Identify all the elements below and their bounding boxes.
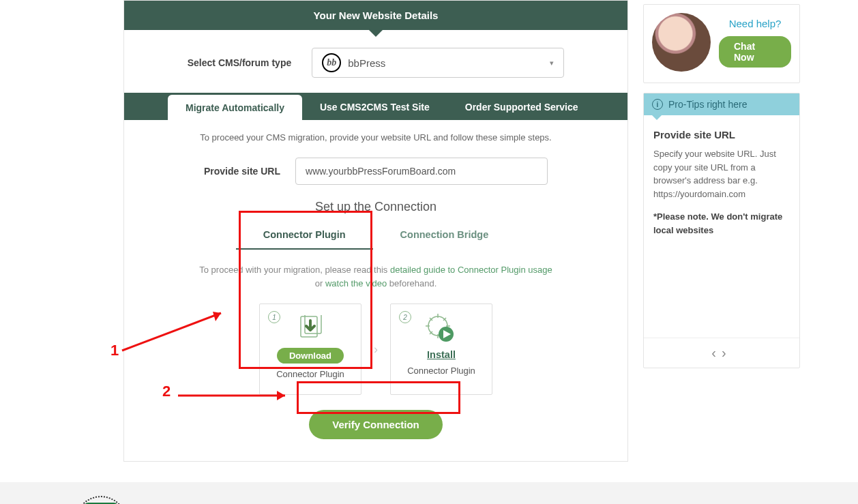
download-icon	[295, 312, 325, 345]
panel-header: Your New Website Details	[124, 1, 627, 30]
step-number-1: 1	[268, 311, 280, 323]
info-icon: i	[652, 99, 663, 110]
panel-title: Your New Website Details	[314, 10, 439, 21]
chevron-down-icon: ▾	[550, 59, 554, 68]
tips-prev-button[interactable]: ‹	[711, 345, 722, 360]
shield-icon: ✓	[75, 496, 127, 504]
chevron-right-icon: ›	[374, 342, 378, 357]
need-help-link[interactable]: Need help?	[729, 18, 782, 29]
tips-pager: ‹›	[644, 338, 799, 368]
intro-text: To proceed your CMS migration, provide y…	[145, 132, 607, 143]
install-card: 2	[390, 303, 492, 395]
tip-body: Specify your website URL. Just copy your…	[653, 147, 790, 201]
site-url-input[interactable]	[295, 158, 548, 185]
chat-now-button[interactable]: Chat Now	[719, 36, 791, 68]
site-url-label: Provide site URL	[204, 166, 280, 177]
connector-steps: 1 Download Connector Plugin › 2	[145, 303, 607, 395]
step-number-2: 2	[399, 311, 411, 323]
install-gear-icon	[426, 312, 457, 345]
security-badge: ✓ 100% SECURITY GUARANTEE	[75, 496, 194, 504]
sidebar: Need help? Chat Now i Pro-Tips right her…	[643, 0, 800, 462]
cms-row: Select CMS/forum type bb bbPress ▾	[124, 30, 627, 93]
download-caption: Connector Plugin	[276, 369, 344, 379]
cms-type-label: Select CMS/forum type	[188, 57, 291, 68]
proceed-instructions: To proceed with your migration, please r…	[145, 263, 607, 290]
guide-link[interactable]: detailed guide to Connector Plugin usage	[390, 265, 552, 275]
cms-selected-value: bbPress	[348, 57, 385, 69]
main-panel: Your New Website Details Select CMS/foru…	[123, 0, 628, 462]
tab-supported-service[interactable]: Order Supported Service	[447, 94, 596, 120]
download-card: 1 Download Connector Plugin	[259, 303, 361, 395]
tab-body: To proceed your CMS migration, provide y…	[124, 120, 627, 461]
download-button[interactable]: Download	[277, 348, 344, 364]
tab-migrate-automatically[interactable]: Migrate Automatically	[168, 95, 302, 121]
svg-rect-1	[305, 315, 321, 333]
pro-tips-header: i Pro-Tips right here	[644, 93, 799, 115]
tip-title: Provide site URL	[653, 129, 790, 140]
cms-type-select[interactable]: bb bbPress ▾	[312, 48, 564, 78]
bbpress-logo-icon: bb	[322, 53, 341, 72]
verify-connection-button[interactable]: Verify Connection	[309, 410, 443, 439]
setup-connection-heading: Set up the Connection	[145, 200, 607, 214]
support-avatar	[652, 13, 711, 72]
tip-note: *Please note. We don't migrate local web…	[653, 210, 790, 237]
watch-video-link[interactable]: watch the video	[325, 278, 387, 288]
header-arrow-icon	[369, 30, 383, 37]
tab-connector-plugin[interactable]: Connector Plugin	[236, 222, 373, 250]
install-caption: Connector Plugin	[407, 366, 475, 376]
connection-tabs: Connector Plugin Connection Bridge	[145, 222, 607, 250]
install-link[interactable]: Install	[427, 349, 456, 360]
url-row: Provide site URL	[145, 158, 607, 185]
help-card: Need help? Chat Now	[643, 4, 800, 83]
annotation-label-1: 1	[110, 342, 119, 359]
security-footer: ✓ 100% SECURITY GUARANTEE CMS2CMS guaran…	[0, 482, 858, 504]
pro-tips-header-text: Pro-Tips right here	[668, 99, 747, 110]
tab-test-site[interactable]: Use CMS2CMS Test Site	[302, 94, 447, 120]
pro-tips-card: i Pro-Tips right here Provide site URL S…	[643, 93, 800, 368]
tips-next-button[interactable]: ›	[722, 345, 732, 360]
tab-connection-bridge[interactable]: Connection Bridge	[373, 222, 516, 250]
migration-tabs: Migrate Automatically Use CMS2CMS Test S…	[124, 93, 627, 120]
